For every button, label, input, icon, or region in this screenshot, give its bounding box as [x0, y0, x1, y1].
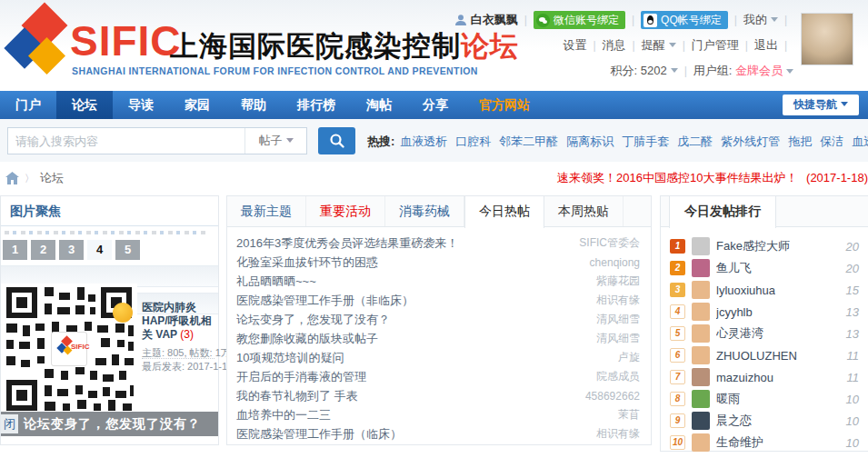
ranking-user-link[interactable]: 暖雨 [716, 391, 740, 407]
ranking-tab[interactable]: 今日发帖排行 [669, 196, 776, 228]
avatar[interactable] [692, 412, 710, 430]
hot-search-link[interactable]: 保洁 [820, 134, 843, 148]
ranking-user-link[interactable]: 鱼儿飞 [716, 260, 752, 276]
avatar[interactable] [692, 281, 710, 299]
hot-search-link[interactable]: 口腔科 [455, 134, 491, 148]
thread-author-link[interactable]: 卢旋 [618, 350, 640, 365]
ranking-user-link[interactable]: mazuizhou [716, 371, 773, 384]
nav-item[interactable]: 帮助 [225, 91, 282, 119]
carousel-page-button[interactable]: 2 [31, 240, 55, 260]
quick-nav-button[interactable]: 快捷导航 [783, 95, 859, 115]
ranking-user-link[interactable]: jcyyhlb [716, 305, 753, 319]
avatar[interactable] [692, 237, 710, 255]
ranking-row: 1 Fake感控大师 20 [661, 235, 868, 257]
thread-author-link[interactable]: 相识有缘 [596, 426, 640, 442]
avatar[interactable] [692, 324, 710, 343]
thread-title-link[interactable]: 教您删除收藏的版块或帖子 [236, 331, 587, 347]
hot-search-link[interactable]: 邻苯二甲醛 [499, 134, 558, 148]
ranking-user-link[interactable]: lyluoxiuhua [716, 284, 775, 297]
avatar[interactable] [692, 368, 710, 386]
thread-author-link[interactable]: 458692662 [585, 390, 640, 403]
avatar[interactable] [692, 433, 710, 452]
thread-title-link[interactable]: 礼品晒晒晒~~~ [236, 274, 587, 290]
home-icon[interactable] [5, 172, 19, 184]
ranking-user-link[interactable]: 晨之恋 [716, 413, 752, 429]
avatar[interactable] [692, 390, 710, 408]
hot-search-link[interactable]: 戊二醛 [677, 134, 713, 148]
carousel-page-button[interactable]: 4 [87, 240, 112, 260]
hot-search-link[interactable]: 拖把 [788, 134, 812, 148]
thread-author-link[interactable]: 清风细雪 [596, 312, 640, 327]
thread-tab[interactable]: 本周热贴 [544, 196, 624, 226]
nav-item[interactable]: 导读 [113, 91, 169, 119]
thread-tab[interactable]: 消毒药械 [385, 196, 464, 226]
ranking-row: 6 ZHUOLUZHEN 11 [661, 344, 868, 366]
breadcrumb-current[interactable]: 论坛 [40, 170, 64, 186]
credits-dropdown[interactable]: 积分: 5202 [610, 63, 677, 79]
nav-item[interactable]: 家园 [169, 91, 225, 119]
nav-item[interactable]: 官方网站 [464, 91, 545, 119]
site-logo[interactable]: SIFIC 上海国际医院感染控制论坛 SHANGHAI INTERNATIONA… [4, 4, 476, 87]
hot-search-link[interactable]: 紫外线灯管 [721, 134, 780, 148]
thread-author-link[interactable]: 紫藤花园 [596, 274, 640, 289]
user-menu-link[interactable]: 提醒 [642, 37, 676, 54]
search-input[interactable] [8, 129, 244, 153]
search-button[interactable] [318, 127, 355, 154]
notice-close-button[interactable]: 闭 [1, 414, 18, 433]
carousel-page-button[interactable]: 3 [59, 240, 84, 260]
thread-author-link[interactable]: chenqiong [590, 256, 640, 269]
username-link[interactable]: 白衣飘飘 [471, 12, 518, 28]
nav-item[interactable]: 淘帖 [351, 91, 407, 119]
ranking-user-link[interactable]: 心灵港湾 [716, 325, 763, 342]
thread-title-link[interactable]: 血培养中的一二三 [236, 407, 609, 423]
user-menu-link[interactable]: 设置 [563, 37, 586, 54]
thread-author-link[interactable]: 院感成员 [596, 369, 640, 384]
carousel-page-button[interactable]: 1 [3, 240, 27, 260]
hot-search-link[interactable]: 丁腈手套 [622, 134, 669, 148]
nav-item[interactable]: 论坛 [56, 91, 113, 119]
notice-text-link[interactable]: 论坛变身了，您发现了没有？ [24, 416, 201, 433]
ranking-user-link[interactable]: 生命维护 [716, 434, 763, 451]
thread-title-link[interactable]: 医院感染管理工作手册（非临床） [236, 293, 587, 309]
user-menu-link[interactable]: 门户管理 [692, 37, 739, 54]
forum-link[interactable]: 医院内肺炎HAP/呼吸机相关 VAP (3) [142, 301, 218, 342]
user-menu-link[interactable]: 退出 [754, 37, 778, 54]
hot-search-link[interactable]: 隔离标识 [566, 134, 614, 148]
threads-panel: 最新主题 重要活动 消毒药械 今日热帖 本周热贴 2016年3季度优秀会员评选结… [226, 195, 652, 445]
avatar[interactable] [801, 13, 853, 65]
post-count: 13 [846, 305, 859, 319]
user-group-value[interactable]: 金牌会员 [735, 63, 783, 79]
hot-search-link[interactable]: 血液透析 [400, 134, 447, 148]
thread-title-link[interactable]: 化验室采血拔针环节的困惑 [236, 254, 581, 271]
thread-row: 医院感染管理工作手册（临床） 相识有缘 [227, 424, 651, 443]
nav-item[interactable]: 排行榜 [282, 91, 351, 119]
thread-title-link[interactable]: 开启后的手消毒液的管理 [236, 369, 587, 385]
thread-author-link[interactable]: 茉苜 [618, 407, 640, 423]
thread-author-link[interactable]: SIFIC管委会 [579, 235, 640, 251]
thread-author-link[interactable]: 清风细雪 [596, 331, 640, 346]
thread-tab[interactable]: 今日热帖 [464, 196, 544, 228]
user-menu-link[interactable]: 消息 [603, 37, 626, 54]
my-menu[interactable]: 我的 [743, 12, 778, 28]
hot-search-link[interactable]: 血透 [852, 134, 868, 148]
qq-bind-button[interactable]: QQ帐号绑定 [641, 11, 728, 29]
thread-title-link[interactable]: 论坛变身了，您发现了没有？ [236, 312, 587, 328]
thread-author-link[interactable]: 相识有缘 [596, 293, 640, 308]
ranking-user-link[interactable]: Fake感控大师 [716, 238, 790, 254]
announcement-link[interactable]: 速来领奖！2016中国感控10大事件结果出炉！ [557, 171, 797, 184]
thread-title-link[interactable]: 10项规范培训的疑问 [236, 350, 609, 366]
nav-item[interactable]: 分享 [407, 91, 464, 119]
ranking-user-link[interactable]: ZHUOLUZHEN [716, 349, 797, 363]
avatar[interactable] [692, 303, 710, 321]
thread-title-link[interactable]: 2016年3季度优秀会员评选结果重磅袭来！ [236, 235, 570, 252]
avatar[interactable] [692, 259, 710, 277]
avatar[interactable] [692, 346, 710, 364]
thread-title-link[interactable]: 医院感染管理工作手册（临床） [236, 426, 587, 443]
thread-tab[interactable]: 最新主题 [227, 196, 306, 226]
thread-title-link[interactable]: 我的春节礼物到了 手表 [236, 388, 576, 404]
thread-tab[interactable]: 重要活动 [306, 196, 385, 226]
nav-item[interactable]: 门户 [0, 91, 56, 119]
wechat-bind-button[interactable]: 微信账号绑定 [534, 11, 625, 29]
carousel-page-button[interactable]: 5 [115, 240, 140, 260]
search-type-select[interactable]: 帖子 [244, 128, 306, 154]
